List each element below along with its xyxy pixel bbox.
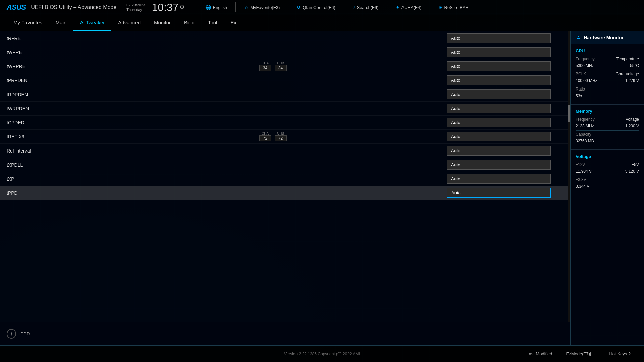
setting-value-area-trefix9: Auto bbox=[447, 132, 561, 141]
tool-divider-5 bbox=[430, 2, 430, 12]
setting-value-area-trfre: Auto bbox=[447, 33, 561, 43]
nav-advanced[interactable]: Advanced bbox=[111, 15, 147, 31]
channel-chb-trefix9: CHB 72 bbox=[274, 132, 287, 141]
channel-cha-trefix9: CHA 72 bbox=[259, 132, 272, 141]
setting-value-area-tppd: Auto bbox=[447, 188, 561, 198]
resizebar-icon: ⊞ bbox=[439, 5, 443, 10]
hw-divider-1 bbox=[576, 70, 639, 70]
cha-value-twrpre: 34 bbox=[259, 65, 271, 71]
aura-label: AURA(F4) bbox=[401, 5, 422, 10]
setting-value-trefix9[interactable]: Auto bbox=[447, 132, 551, 141]
setting-row-tcpded[interactable]: tCPDED Auto bbox=[0, 116, 568, 130]
main-panel: tRFRE Auto tWPRE Auto tWRPRE bbox=[0, 31, 570, 345]
setting-value-txp[interactable]: Auto bbox=[447, 174, 551, 184]
datetime: 02/23/2023 Thursday bbox=[126, 3, 145, 12]
aura-icon: ✦ bbox=[396, 5, 400, 10]
setting-row-tppd[interactable]: tPPD Auto bbox=[0, 186, 568, 200]
nav-boot[interactable]: Boot bbox=[177, 15, 201, 31]
setting-value-area-twrpden: Auto bbox=[447, 104, 561, 113]
channel-cha-twrpre: CHA 34 bbox=[259, 61, 272, 71]
setting-label-txp: tXP bbox=[7, 174, 101, 184]
chb-value-trefix9: 72 bbox=[275, 135, 287, 141]
setting-label-refinterval: Ref Interval bbox=[7, 145, 101, 156]
hw-33v-val-row: 3.344 V bbox=[576, 184, 639, 189]
hw-5v-label: +5V bbox=[632, 162, 639, 167]
hw-cpu-freq-label: Frequency bbox=[576, 57, 595, 61]
setting-row-trefix9[interactable]: tREFIX9 CHA 72 CHB 72 A bbox=[0, 130, 568, 144]
setting-value-tcpded[interactable]: Auto bbox=[447, 118, 551, 127]
setting-value-twrpre[interactable]: Auto bbox=[447, 61, 551, 71]
hw-mem-freq-label: Frequency bbox=[576, 117, 595, 122]
setting-label-twrpden: tWRPDEN bbox=[7, 103, 101, 114]
myfavorite-tool[interactable]: ☆ MyFavorite(F3) bbox=[241, 3, 283, 11]
setting-row-twrpre[interactable]: tWRPRE CHA 34 CHB 34 Au bbox=[0, 59, 568, 73]
hw-33v-row: +3.3V bbox=[576, 177, 639, 182]
search-tool[interactable]: ? Search(F9) bbox=[349, 3, 382, 11]
setting-row-trfre[interactable]: tRFRE Auto bbox=[0, 31, 568, 45]
setting-row-txp[interactable]: tXP Auto bbox=[0, 172, 568, 186]
setting-value-trfre[interactable]: Auto bbox=[447, 33, 551, 43]
aura-tool[interactable]: ✦ AURA(F4) bbox=[392, 3, 425, 11]
hw-voltage-section: Voltage +12V +5V 11.904 V 5.120 V +3.3V … bbox=[571, 150, 644, 195]
setting-label-txpdll: tXPDLL bbox=[7, 160, 101, 170]
hw-cpu-title: CPU bbox=[576, 48, 639, 53]
setting-row-txpdll[interactable]: tXPDLL Auto bbox=[0, 158, 568, 172]
scrollbar-track[interactable] bbox=[568, 31, 570, 322]
hw-mem-freq-val-row: 2133 MHz 1.200 V bbox=[576, 124, 639, 128]
setting-row-trdpden[interactable]: tRDPDEN Auto bbox=[0, 87, 568, 102]
hw-divider-4 bbox=[576, 176, 639, 176]
globe-icon: 🌐 bbox=[205, 5, 211, 10]
question-icon: ? bbox=[353, 5, 355, 10]
settings-gear-icon[interactable]: ⚙ bbox=[179, 4, 185, 11]
resizebar-tool[interactable]: ⊞ ReSize BAR bbox=[435, 3, 472, 11]
chb-label-twrpre: CHB bbox=[277, 61, 284, 65]
hw-5v-value: 5.120 V bbox=[625, 169, 639, 174]
tool-divider-2 bbox=[288, 2, 288, 12]
setting-row-twpre[interactable]: tWPRE Auto bbox=[0, 45, 568, 59]
nav-tool[interactable]: Tool bbox=[201, 15, 224, 31]
hw-mem-freq-row: Frequency Voltage bbox=[576, 117, 639, 122]
setting-row-twrpden[interactable]: tWRPDEN Auto bbox=[0, 102, 568, 116]
setting-value-txpdll[interactable]: Auto bbox=[447, 160, 551, 170]
setting-label-trdpden: tRDPDEN bbox=[7, 89, 101, 100]
hw-monitor-header: 🖥 Hardware Monitor bbox=[571, 31, 644, 44]
status-bar: Version 2.22.1286 Copyright (C) 2022 AMI… bbox=[0, 345, 644, 362]
nav-aitweaker[interactable]: Ai Tweaker bbox=[73, 15, 111, 31]
hw-bclk-val-row: 100.00 MHz 1.279 V bbox=[576, 78, 639, 83]
nav-exit[interactable]: Exit bbox=[224, 15, 246, 31]
ezmode-button[interactable]: EzMode(F7)|→ bbox=[559, 349, 602, 359]
hotkeys-button[interactable]: Hot Keys ? bbox=[602, 349, 637, 359]
setting-value-tprpden[interactable]: Auto bbox=[447, 75, 551, 85]
hw-ratio-val-row: 53x bbox=[576, 94, 639, 98]
scrollbar-thumb[interactable] bbox=[568, 105, 570, 122]
chb-value-twrpre: 34 bbox=[275, 65, 287, 71]
resizebar-label: ReSize BAR bbox=[444, 5, 469, 10]
setting-row-tprpden[interactable]: tPRPDEN Auto bbox=[0, 73, 568, 87]
status-buttons: Last Modified EzMode(F7)|→ Hot Keys ? bbox=[520, 349, 637, 359]
setting-value-refinterval[interactable]: Auto bbox=[447, 146, 551, 156]
hw-12v-label: +12V bbox=[576, 162, 585, 167]
hw-memory-title: Memory bbox=[576, 109, 639, 114]
nav-main[interactable]: Main bbox=[49, 15, 73, 31]
hw-bclk-label: BCLK bbox=[576, 72, 586, 76]
setting-value-twpre[interactable]: Auto bbox=[447, 47, 551, 57]
setting-value-trdpden[interactable]: Auto bbox=[447, 89, 551, 99]
setting-value-tppd[interactable]: Auto bbox=[447, 188, 551, 198]
nav-favorites[interactable]: My Favorites bbox=[7, 15, 49, 31]
hw-corevolt-value: 1.279 V bbox=[625, 78, 639, 83]
hw-33v-value: 3.344 V bbox=[576, 184, 589, 189]
hw-12v-val-row: 11.904 V 5.120 V bbox=[576, 169, 639, 174]
language-tool[interactable]: 🌐 English bbox=[202, 3, 230, 11]
date-display: 02/23/2023 Thursday bbox=[126, 3, 145, 12]
nav-monitor[interactable]: Monitor bbox=[147, 15, 177, 31]
info-bar: i tPPD bbox=[0, 322, 570, 345]
content-area: tRFRE Auto tWPRE Auto tWRPRE bbox=[0, 31, 644, 345]
qfan-tool[interactable]: ⟳ Qfan Control(F6) bbox=[293, 3, 339, 11]
hw-bclk-value: 100.00 MHz bbox=[576, 78, 597, 83]
cha-value-trefix9: 72 bbox=[259, 135, 271, 141]
last-modified-button[interactable]: Last Modified bbox=[520, 349, 559, 359]
hw-cpu-section: CPU Frequency Temperature 5300 MHz 55°C … bbox=[571, 44, 644, 105]
setting-row-refinterval[interactable]: Ref Interval Auto bbox=[0, 144, 568, 158]
setting-value-twrpden[interactable]: Auto bbox=[447, 104, 551, 113]
setting-value-area-txp: Auto bbox=[447, 174, 561, 184]
